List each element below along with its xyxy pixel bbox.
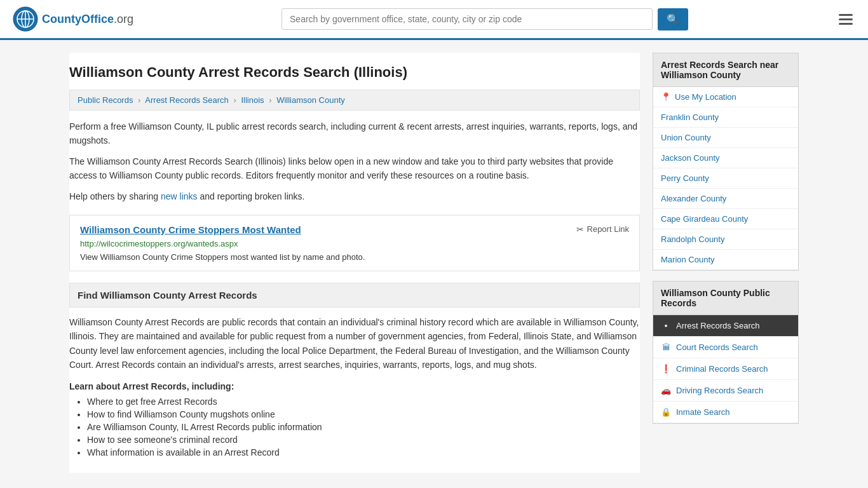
sidebar-public-link-4[interactable]: 🔒Inmate Search [653, 402, 798, 423]
learn-list-item: How to see someone's criminal record [87, 435, 640, 445]
menu-line-2 [839, 18, 853, 20]
description-para1: Perform a free Williamson County, IL pub… [69, 119, 640, 148]
learn-list-item: Are Williamson County, IL Arrest Records… [87, 422, 640, 432]
public-record-icon: 🔒 [661, 407, 671, 417]
main-content: Williamson County Arrest Records Search … [69, 53, 640, 473]
sidebar-public-link-3[interactable]: 🚗Driving Records Search [653, 380, 798, 401]
sidebar-public-item[interactable]: ❗Criminal Records Search [653, 358, 798, 380]
sidebar-public-item[interactable]: 🚗Driving Records Search [653, 380, 798, 402]
description-para3: Help others by sharing new links and rep… [69, 189, 640, 203]
sidebar-nearby-item[interactable]: Perry County [653, 168, 798, 189]
breadcrumb-public-records[interactable]: Public Records [78, 95, 133, 105]
content-wrapper: Williamson County Arrest Records Search … [59, 40, 809, 485]
sidebar-public-list: ▪Arrest Records Search🏛Court Records Sea… [653, 315, 799, 424]
learn-list: Where to get free Arrest RecordsHow to f… [69, 396, 640, 458]
resource-title[interactable]: Williamson County Crime Stoppers Most Wa… [80, 224, 301, 235]
resource-card: Williamson County Crime Stoppers Most Wa… [69, 215, 640, 271]
public-record-label: Arrest Records Search [676, 321, 760, 330]
public-record-label: Driving Records Search [676, 386, 763, 395]
public-record-icon: ▪ [661, 321, 671, 330]
report-link-label: Report Link [587, 224, 629, 234]
report-link-button[interactable]: ✂ Report Link [576, 224, 629, 234]
sidebar-nearby-link[interactable]: Marion County [653, 250, 798, 269]
breadcrumb-sep-3: › [269, 95, 271, 105]
description-para2: The Williamson County Arrest Records Sea… [69, 154, 640, 183]
sidebar-nearby-item[interactable]: Jackson County [653, 148, 798, 168]
sidebar-nearby-link[interactable]: Union County [653, 128, 798, 147]
sidebar-nearby-list: 📍 Use My Location Franklin CountyUnion C… [653, 87, 799, 271]
location-icon: 📍 [661, 92, 671, 102]
menu-button[interactable] [836, 11, 855, 27]
logo-area: CountyOffice.org [13, 6, 133, 32]
sidebar-public-item[interactable]: 🔒Inmate Search [653, 402, 798, 423]
public-record-label: Criminal Records Search [676, 364, 768, 374]
menu-line-1 [839, 14, 853, 16]
sidebar-nearby-link[interactable]: Jackson County [653, 148, 798, 168]
breadcrumb: Public Records › Arrest Records Search ›… [69, 90, 640, 111]
sidebar-nearby-item[interactable]: Union County [653, 128, 798, 148]
public-record-icon: 🏛 [661, 342, 671, 352]
search-input[interactable] [281, 8, 653, 30]
sidebar-nearby-item[interactable]: Franklin County [653, 107, 798, 128]
sidebar-nearby-item[interactable]: Alexander County [653, 189, 798, 209]
sidebar-nearby-item[interactable]: Marion County [653, 250, 798, 270]
sidebar-nearby-item[interactable]: Randolph County [653, 229, 798, 250]
breadcrumb-williamson[interactable]: Williamson County [276, 95, 345, 105]
sidebar-nearby-link[interactable]: Franklin County [653, 107, 798, 127]
sidebar-nearby-link[interactable]: Alexander County [653, 189, 798, 208]
logo-icon [13, 6, 38, 32]
breadcrumb-arrest-records[interactable]: Arrest Records Search [145, 95, 229, 105]
public-record-label: Inmate Search [676, 407, 730, 417]
search-button[interactable]: 🔍 [658, 8, 688, 30]
sidebar-nearby-link[interactable]: Randolph County [653, 229, 798, 249]
sidebar-public-item[interactable]: 🏛Court Records Search [653, 337, 798, 358]
description-para3-prefix: Help others by sharing [69, 191, 161, 201]
menu-line-3 [839, 23, 853, 25]
use-location-link[interactable]: 📍 Use My Location [653, 87, 798, 107]
new-links-link[interactable]: new links [161, 191, 198, 201]
search-area: 🔍 [281, 8, 688, 30]
resource-description: View Williamson County Crime Stoppers mo… [80, 252, 629, 262]
sidebar: Arrest Records Search near Williamson Co… [653, 53, 799, 434]
learn-list-item: How to find Williamson County mugshots o… [87, 409, 640, 419]
use-location-label: Use My Location [675, 92, 736, 102]
public-record-icon: 🚗 [661, 386, 671, 395]
header: CountyOffice.org 🔍 [0, 0, 868, 40]
sidebar-nearby-link[interactable]: Perry County [653, 168, 798, 188]
breadcrumb-sep-2: › [233, 95, 236, 105]
find-section-header: Find Williamson County Arrest Records [69, 283, 640, 308]
sidebar-nearby-title: Arrest Records Search near Williamson Co… [653, 53, 799, 87]
resource-url: http://wilcocrimestoppers.org/wanteds.as… [80, 239, 629, 248]
learn-list-item: What information is available in an Arre… [87, 447, 640, 458]
sidebar-use-location[interactable]: 📍 Use My Location [653, 87, 798, 107]
sidebar-public-link-1[interactable]: 🏛Court Records Search [653, 337, 798, 358]
breadcrumb-illinois[interactable]: Illinois [241, 95, 264, 105]
learn-heading: Learn about Arrest Records, including: [69, 381, 640, 391]
sidebar-public-link-0[interactable]: ▪Arrest Records Search [653, 315, 798, 336]
find-section-body: Williamson County Arrest Records are pub… [69, 315, 640, 372]
page-title: Williamson County Arrest Records Search … [69, 53, 640, 81]
sidebar-public-records-title: Williamson County Public Records [653, 281, 799, 315]
resource-card-header: Williamson County Crime Stoppers Most Wa… [80, 224, 629, 235]
sidebar-nearby-link[interactable]: Cape Girardeau County [653, 209, 798, 229]
sidebar-nearby-item[interactable]: Cape Girardeau County [653, 209, 798, 229]
breadcrumb-sep-1: › [138, 95, 140, 105]
sidebar-nearby-section: Arrest Records Search near Williamson Co… [653, 53, 799, 271]
report-link-icon: ✂ [576, 224, 584, 234]
description-para3-suffix: and reporting broken links. [198, 191, 305, 201]
sidebar-public-item[interactable]: ▪Arrest Records Search [653, 315, 798, 337]
sidebar-public-records-section: Williamson County Public Records ▪Arrest… [653, 281, 799, 424]
find-section: Find Williamson County Arrest Records Wi… [69, 283, 640, 458]
sidebar-public-link-2[interactable]: ❗Criminal Records Search [653, 358, 798, 379]
logo-text: CountyOffice.org [42, 13, 133, 26]
public-record-icon: ❗ [661, 364, 671, 374]
public-record-label: Court Records Search [676, 342, 758, 352]
learn-list-item: Where to get free Arrest Records [87, 396, 640, 407]
